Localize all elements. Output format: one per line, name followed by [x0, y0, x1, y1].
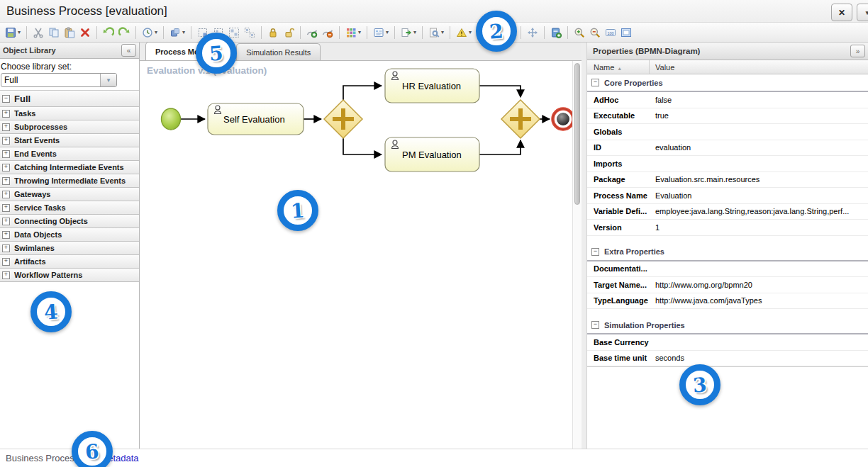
- ungroup-button[interactable]: [243, 25, 257, 40]
- property-group-simulation-properties[interactable]: −Simulation Properties: [587, 317, 868, 334]
- unlock-button[interactable]: [282, 25, 296, 40]
- expand-icon[interactable]: +: [2, 204, 10, 212]
- value-column-header[interactable]: Value: [650, 60, 674, 74]
- task-pm-evaluation[interactable]: PM Evaluation: [385, 137, 479, 171]
- expand-icon[interactable]: +: [2, 137, 10, 145]
- copy-button[interactable]: [47, 25, 61, 40]
- color-themes-button[interactable]: ▾: [344, 25, 362, 40]
- task-hr-evaluation[interactable]: HR Evaluation: [385, 69, 479, 103]
- library-set-connecting-objects[interactable]: +Connecting Objects: [0, 215, 139, 228]
- library-set-full[interactable]: −Full: [0, 91, 139, 107]
- property-value[interactable]: true: [650, 111, 868, 120]
- expand-icon[interactable]: +: [2, 177, 10, 185]
- property-row[interactable]: Base Currency: [587, 334, 868, 351]
- panel-splitter[interactable]: [582, 43, 587, 449]
- property-row[interactable]: Version1: [587, 220, 868, 236]
- property-value[interactable]: employee:java.lang.String,reason:java.la…: [650, 207, 868, 215]
- property-value[interactable]: evaluation: [650, 143, 868, 152]
- property-value[interactable]: http://www.java.com/javaTypes: [650, 296, 868, 305]
- redo-button[interactable]: [117, 25, 131, 40]
- scrollbar-thumb[interactable]: [574, 63, 580, 205]
- start-event[interactable]: [162, 108, 181, 130]
- property-value[interactable]: false: [650, 96, 868, 104]
- delete-docker-button[interactable]: [321, 25, 335, 40]
- zoom-actual-button[interactable]: 100: [603, 25, 618, 40]
- property-value[interactable]: Evaluation: [650, 191, 868, 200]
- end-event[interactable]: [553, 109, 573, 130]
- library-set-catching-intermediate-events[interactable]: +Catching Intermediate Events: [0, 161, 139, 174]
- save-button[interactable]: ▾: [4, 25, 22, 40]
- validate-button[interactable]: ▾: [455, 25, 473, 40]
- task-self-evaluation[interactable]: Self Evaluation: [208, 103, 304, 135]
- parallel-gateway-split[interactable]: [324, 100, 362, 138]
- collapse-left-button[interactable]: «: [121, 44, 136, 57]
- expand-icon[interactable]: +: [2, 150, 10, 158]
- dropdown-arrow-icon[interactable]: ▾: [18, 29, 21, 35]
- dropdown-arrow-icon[interactable]: ▾: [155, 29, 157, 35]
- property-row[interactable]: IDevaluation: [587, 140, 868, 157]
- dropdown-arrow-icon[interactable]: ▾: [469, 29, 472, 35]
- property-row[interactable]: Executabletrue: [587, 108, 868, 125]
- library-set-subprocesses[interactable]: +Subprocesses: [0, 120, 139, 134]
- canvas-vertical-scrollbar[interactable]: [572, 61, 582, 449]
- zoom-out-button[interactable]: [588, 25, 602, 40]
- property-group-extra-properties[interactable]: −Extra Properties: [587, 244, 868, 261]
- window-menu-button[interactable]: ▾: [857, 4, 868, 21]
- zoom-fit-button[interactable]: [619, 25, 633, 40]
- bpmn-canvas[interactable]: Evaluation v.1 (evaluation): [140, 61, 572, 449]
- property-group-core-properties[interactable]: −Core Properties: [587, 74, 868, 92]
- parallel-gateway-join[interactable]: [501, 100, 540, 138]
- close-button[interactable]: ✕: [831, 4, 852, 21]
- property-value[interactable]: http://www.omg.org/bpmn20: [650, 281, 868, 289]
- collapse-right-button[interactable]: »: [850, 45, 865, 57]
- property-row[interactable]: Target Name...http://www.omg.org/bpmn20: [587, 277, 868, 293]
- property-row[interactable]: Imports: [587, 156, 868, 172]
- combobox-dropdown-button[interactable]: ▾: [100, 74, 116, 86]
- task-forms-button[interactable]: ▾: [372, 25, 390, 40]
- library-set-service-tasks[interactable]: +Service Tasks: [0, 201, 139, 215]
- expand-icon[interactable]: +: [2, 191, 10, 198]
- library-set-tasks[interactable]: +Tasks: [0, 107, 139, 120]
- collapse-icon[interactable]: −: [2, 95, 10, 103]
- property-value[interactable]: 1: [650, 223, 868, 232]
- library-set-artifacts[interactable]: +Artifacts: [0, 255, 139, 269]
- property-row[interactable]: Variable Defi...employee:java.lang.Strin…: [587, 204, 868, 220]
- property-value[interactable]: seconds: [650, 354, 868, 362]
- add-docker-button[interactable]: [305, 25, 319, 40]
- pan-button[interactable]: [525, 25, 540, 40]
- library-set-swimlanes[interactable]: +Swimlanes: [0, 242, 139, 255]
- property-row[interactable]: Globals: [587, 124, 868, 140]
- library-set-workflow-patterns[interactable]: +Workflow Patterns: [0, 269, 139, 282]
- property-row[interactable]: TypeLanguagehttp://www.java.com/javaType…: [587, 293, 868, 310]
- dropdown-arrow-icon[interactable]: ▾: [182, 29, 185, 35]
- collapse-icon[interactable]: −: [591, 248, 599, 256]
- property-row[interactable]: PackageEvaluation.src.main.resources: [587, 172, 868, 189]
- property-value[interactable]: Evaluation.src.main.resources: [650, 175, 868, 184]
- expand-icon[interactable]: +: [2, 218, 10, 225]
- footer-tab-business-process[interactable]: Business Process: [6, 453, 79, 463]
- generate-button[interactable]: ▾: [427, 25, 445, 40]
- property-row[interactable]: Documentati...: [587, 261, 868, 278]
- dropdown-arrow-icon[interactable]: ▾: [386, 29, 389, 35]
- paste-button[interactable]: [62, 25, 77, 40]
- expand-icon[interactable]: +: [2, 123, 10, 131]
- expand-icon[interactable]: +: [2, 110, 10, 118]
- dropdown-arrow-icon[interactable]: ▾: [413, 29, 416, 35]
- expand-icon[interactable]: +: [2, 231, 10, 239]
- name-column-header[interactable]: Name▲: [587, 60, 650, 74]
- share-button[interactable]: ▾: [399, 25, 418, 40]
- cut-button[interactable]: [31, 25, 45, 40]
- zoom-in-button[interactable]: [572, 25, 586, 40]
- expand-icon[interactable]: +: [2, 271, 10, 279]
- expand-icon[interactable]: +: [2, 244, 10, 252]
- tab-simulation-results[interactable]: Simulation Results: [236, 43, 321, 60]
- expand-icon[interactable]: +: [2, 164, 10, 171]
- import-button[interactable]: [549, 25, 563, 40]
- library-set-data-objects[interactable]: +Data Objects: [0, 228, 139, 242]
- property-row[interactable]: Base time unitseconds: [587, 351, 868, 367]
- expand-icon[interactable]: +: [2, 258, 10, 266]
- library-set-combobox[interactable]: Full ▾: [1, 73, 117, 87]
- library-set-throwing-intermediate-events[interactable]: +Throwing Intermediate Events: [0, 174, 139, 188]
- library-set-gateways[interactable]: +Gateways: [0, 188, 139, 201]
- dropdown-arrow-icon[interactable]: ▾: [441, 29, 444, 35]
